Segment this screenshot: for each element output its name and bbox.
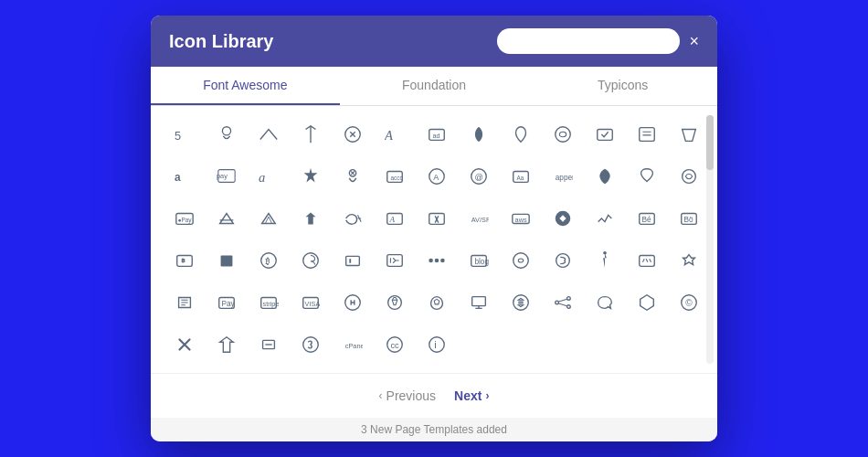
icon-cell[interactable]: ●Pay (165, 199, 204, 238)
svg-rect-49 (346, 256, 360, 265)
search-input[interactable] (497, 28, 680, 54)
icon-cell[interactable]: cPanel (333, 325, 372, 364)
icon-cell[interactable] (291, 325, 330, 364)
icon-cell[interactable] (418, 241, 456, 280)
icon-cell[interactable] (670, 241, 708, 280)
icon-cell[interactable] (291, 157, 330, 196)
icon-cell[interactable]: blog (460, 241, 498, 280)
icon-cell[interactable]: apper (544, 157, 582, 196)
icon-cell[interactable] (376, 241, 414, 280)
icon-cell[interactable] (291, 115, 330, 154)
icon-cell[interactable]: a (249, 157, 288, 196)
bottom-bar-text: 3 New Page Templates added (361, 423, 507, 436)
icon-cell[interactable]: 5 (165, 115, 204, 154)
svg-text:cc: cc (390, 341, 399, 350)
icon-cell[interactable] (670, 157, 708, 196)
icon-cell[interactable] (586, 283, 624, 322)
icon-cell[interactable] (586, 241, 624, 280)
icon-cell[interactable] (333, 157, 372, 196)
tab-typicons[interactable]: Typicons (528, 67, 717, 105)
icon-cell[interactable] (628, 157, 666, 196)
icon-cell[interactable] (544, 283, 582, 322)
icon-cell[interactable] (249, 325, 288, 364)
icon-cell[interactable] (628, 283, 666, 322)
search-area: × (497, 28, 699, 54)
bottom-bar: 3 New Page Templates added (151, 418, 717, 441)
icon-library-modal: Icon Library × Font Awesome Foundation T… (151, 16, 717, 441)
icon-cell[interactable] (333, 241, 372, 280)
icon-cell[interactable] (586, 115, 624, 154)
svg-text:cPanel: cPanel (345, 342, 363, 350)
tab-font-awesome[interactable]: Font Awesome (151, 67, 340, 105)
icon-cell[interactable] (418, 199, 456, 238)
svg-line-74 (558, 299, 566, 302)
icon-cell[interactable] (207, 241, 246, 280)
svg-text:●Pay: ●Pay (178, 217, 193, 224)
icon-cell[interactable]: @ (460, 157, 498, 196)
icon-cell[interactable] (207, 115, 246, 154)
icon-cell[interactable]: a (165, 157, 204, 196)
icon-cell[interactable] (502, 241, 540, 280)
previous-button[interactable]: ‹ Previous (372, 385, 443, 407)
icon-cell[interactable] (544, 199, 582, 238)
icon-cell[interactable] (586, 157, 624, 196)
icon-cell[interactable]: Bö (670, 199, 708, 238)
icon-cell[interactable] (586, 199, 624, 238)
icon-cell[interactable] (502, 283, 540, 322)
svg-rect-11 (640, 128, 655, 142)
scrollbar-track[interactable] (706, 115, 714, 364)
icon-cell[interactable]: ₿ (249, 241, 288, 280)
icon-cell[interactable] (418, 283, 456, 322)
svg-text:©: © (685, 298, 693, 308)
icon-cell[interactable] (670, 115, 708, 154)
icon-cell[interactable]: Pay (207, 283, 246, 322)
icon-cell[interactable]: cc (376, 325, 414, 364)
icon-cell[interactable] (249, 115, 288, 154)
icon-cell[interactable] (628, 241, 666, 280)
icon-cell[interactable]: A (376, 115, 414, 154)
icon-cell[interactable] (165, 241, 204, 280)
icon-cell[interactable]: Bé (628, 199, 666, 238)
icon-cell[interactable] (249, 199, 288, 238)
icon-cell[interactable] (291, 199, 330, 238)
icon-cell[interactable]: pay (207, 157, 246, 196)
icon-cell[interactable] (544, 241, 582, 280)
icon-cell[interactable] (460, 283, 498, 322)
icon-cell[interactable] (165, 283, 204, 322)
icon-cell[interactable] (460, 115, 498, 154)
icon-cell[interactable]: AV/SP (460, 199, 498, 238)
icon-cell[interactable] (502, 115, 540, 154)
icon-cell[interactable] (165, 325, 204, 364)
icon-cell[interactable]: VISA (291, 283, 330, 322)
pagination-bar: ‹ Previous Next › (151, 373, 717, 418)
icon-cell[interactable] (628, 115, 666, 154)
scrollbar-thumb[interactable] (706, 115, 714, 170)
icon-cell[interactable] (376, 283, 414, 322)
close-button[interactable]: × (689, 33, 699, 49)
icon-cell[interactable]: accc (376, 157, 414, 196)
icon-cell[interactable]: stripe (249, 283, 288, 322)
svg-rect-51 (387, 255, 403, 267)
svg-text:ad: ad (432, 132, 439, 140)
icon-cell[interactable]: ad (418, 115, 456, 154)
next-button[interactable]: Next › (447, 385, 496, 407)
icon-cell[interactable] (333, 199, 372, 238)
icon-cell[interactable] (291, 241, 330, 280)
svg-text:Pay: Pay (222, 300, 236, 308)
svg-text:a: a (259, 170, 265, 185)
svg-text:stripe: stripe (263, 300, 279, 308)
icon-cell[interactable]: Aa (502, 157, 540, 196)
icon-cell[interactable]: A (418, 157, 456, 196)
tab-foundation[interactable]: Foundation (340, 67, 529, 105)
icon-cell[interactable] (544, 115, 582, 154)
search-container (497, 28, 680, 54)
icon-cell[interactable]: aws (502, 199, 540, 238)
icon-cell[interactable] (207, 199, 246, 238)
icon-cell[interactable]: A (376, 199, 414, 238)
icon-cell[interactable] (207, 325, 246, 364)
svg-point-73 (567, 305, 571, 309)
icon-cell[interactable]: © (670, 283, 708, 322)
icon-cell[interactable] (333, 115, 372, 154)
icon-cell[interactable] (333, 283, 372, 322)
icon-cell[interactable]: i (418, 325, 456, 364)
